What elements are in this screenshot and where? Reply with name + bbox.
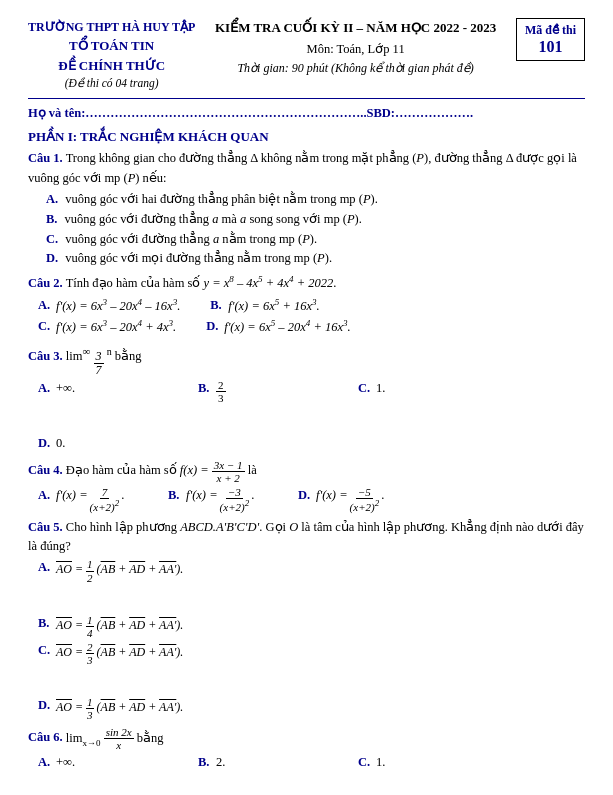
exam-code-label: Mã đề thi xyxy=(525,23,576,38)
q3-text: lim∞ 3 7 n bằng xyxy=(66,349,142,363)
q6-row: A. +∞. B. 2. C. 1. D. 0. xyxy=(38,753,585,795)
q1-opt-a: A. vuông góc với hai đường thẳng phân bi… xyxy=(46,190,585,209)
q4-label: Câu 4. xyxy=(28,463,63,477)
section1-title: PHẦN I: TRẮC NGHIỆM KHÁCH QUAN xyxy=(28,129,585,145)
q4-text: Đạo hàm của hàm số f(x) = 3x − 1 x + 2 l… xyxy=(66,463,257,477)
q2-opt-b: B. f'(x) = 6x5 + 16x3. xyxy=(210,296,340,317)
school-info: TRƯỜNG THPT HÀ HUY TẬP TỔ TOÁN TIN ĐỀ CH… xyxy=(28,18,195,92)
q3-options-row: A. +∞. B. 2 3 C. 1. D. 0. xyxy=(38,379,585,454)
q5-row1: A. AO = 1 2 (AB + AD + AA'). B. AO = 1 xyxy=(38,558,585,638)
question-3: Câu 3. lim∞ 3 7 n bằng A. +∞. B. 2 3 C. xyxy=(28,343,585,454)
q6-label: Câu 6. xyxy=(28,731,63,745)
exam-code-number: 101 xyxy=(525,38,576,56)
exam-info: KIỂM TRA CUỐI KỲ II – NĂM HỌC 2022 - 202… xyxy=(195,18,506,78)
question-5: Câu 5. Cho hình lập phương ABCD.A'B'C'D'… xyxy=(28,518,585,722)
q2-options-row1: A. f'(x) = 6x3 – 20x4 – 16x3. B. f'(x) =… xyxy=(38,296,585,317)
q2-text: Tính đạo hàm của hàm số y = x8 – 4x5 + 4… xyxy=(66,276,337,290)
exam-title: KIỂM TRA CUỐI KỲ II – NĂM HỌC 2022 - 202… xyxy=(205,18,506,39)
question-6: Câu 6. limx→0 sin 2x x bằng A. +∞. B. 2.… xyxy=(28,726,585,795)
official-label: ĐỀ CHÍNH THỨC xyxy=(28,56,195,76)
exam-code-box: Mã đề thi 101 xyxy=(516,18,585,61)
page-count-note: (Đề thi có 04 trang) xyxy=(28,75,195,92)
q2-options-row2: C. f'(x) = 6x3 – 20x4 + 4x3. D. f'(x) = … xyxy=(38,317,585,338)
q1-opt-c: C. vuông góc với đường thẳng a nằm trong… xyxy=(46,230,585,249)
q5-label: Câu 5. xyxy=(28,520,63,534)
q4-opt-c: D. f'(x) = −5 (x+2)2 . xyxy=(298,486,418,513)
subject-label: Môn: Toán, Lớp 11 xyxy=(205,39,506,59)
q4-opt-a: A. f'(x) = 7 (x+2)2 . xyxy=(38,486,158,513)
q6-opt-a: A. +∞. xyxy=(38,753,168,772)
q4-opt-b: B. f'(x) = −3 (x+2)2 . xyxy=(168,486,288,513)
dept-name: TỔ TOÁN TIN xyxy=(28,36,195,56)
q6-options: A. +∞. B. 2. C. 1. D. 0. xyxy=(38,753,585,795)
q1-text: Trong không gian cho đường thẳng Δ không… xyxy=(28,151,577,184)
q5-opt-d: D. AO = 1 3 (AB + AD + AA'). xyxy=(38,696,298,721)
q2-opt-c: C. f'(x) = 6x3 – 20x4 + 4x3. xyxy=(38,317,176,338)
q1-opt-b: B. vuông góc với đường thẳng a mà a song… xyxy=(46,210,585,229)
q5-row2: C. AO = 2 3 (AB + AD + AA'). D. AO = 1 xyxy=(38,641,585,721)
q6-opt-b: B. 2. xyxy=(198,753,328,772)
question-1: Câu 1. Trong không gian cho đường thẳng … xyxy=(28,149,585,268)
q3-opt-a: A. +∞. xyxy=(38,379,168,404)
q5-opt-c: C. AO = 2 3 (AB + AD + AA'). xyxy=(38,641,298,666)
time-label: Thời gian: 90 phút (Không kể thời gian p… xyxy=(205,59,506,78)
q5-text: Cho hình lập phương ABCD.A'B'C'D'. Gọi O… xyxy=(28,520,584,553)
question-4: Câu 4. Đạo hàm của hàm số f(x) = 3x − 1 … xyxy=(28,459,585,513)
q5-options: A. AO = 1 2 (AB + AD + AA'). B. AO = 1 xyxy=(38,558,585,721)
q6-text: limx→0 sin 2x x bằng xyxy=(66,731,164,745)
q5-opt-b: B. AO = 1 4 (AB + AD + AA'). xyxy=(38,614,298,639)
q2-opt-d: D. f'(x) = 6x5 – 20x4 + 16x3. xyxy=(206,317,350,338)
q5-opt-a: A. AO = 1 2 (AB + AD + AA'). xyxy=(38,558,298,583)
q1-opt-d: D. vuông góc với mọi đường thẳng nằm tro… xyxy=(46,249,585,268)
q4-options: A. f'(x) = 7 (x+2)2 . B. f'(x) = −3 (x+2… xyxy=(38,486,585,513)
q3-opt-c: C. 1. xyxy=(358,379,488,404)
header-divider xyxy=(28,98,585,99)
q3-opt-d: D. 0. xyxy=(38,434,168,453)
name-sbd-line: Họ và tên:…………………………………………………………..SBD:……… xyxy=(28,105,585,121)
q2-label: Câu 2. xyxy=(28,276,63,290)
q4-options-row: A. f'(x) = 7 (x+2)2 . B. f'(x) = −3 (x+2… xyxy=(38,486,585,513)
q3-label: Câu 3. xyxy=(28,349,63,363)
q1-options: A. vuông góc với hai đường thẳng phân bi… xyxy=(38,190,585,268)
school-name: TRƯỜNG THPT HÀ HUY TẬP xyxy=(28,18,195,36)
q2-opt-a: A. f'(x) = 6x3 – 20x4 – 16x3. xyxy=(38,296,180,317)
page-header: TRƯỜNG THPT HÀ HUY TẬP TỔ TOÁN TIN ĐỀ CH… xyxy=(28,18,585,92)
question-2: Câu 2. Tính đạo hàm của hàm số y = x8 – … xyxy=(28,273,585,338)
q6-opt-c: C. 1. xyxy=(358,753,488,772)
q3-options: A. +∞. B. 2 3 C. 1. D. 0. xyxy=(38,379,585,454)
q3-opt-b: B. 2 3 xyxy=(198,379,328,404)
q1-label: Câu 1. xyxy=(28,151,63,165)
q2-options: A. f'(x) = 6x3 – 20x4 – 16x3. B. f'(x) =… xyxy=(38,296,585,338)
